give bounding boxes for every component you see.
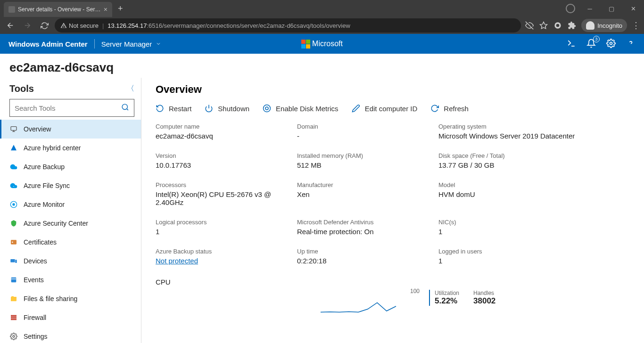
utilization-value: 5.22% [435,296,459,306]
search-tools-box[interactable] [9,99,134,117]
info-value: 1 [438,228,580,236]
shutdown-button[interactable]: Shutdown [205,104,249,113]
info-cell: Operating systemMicrosoft Windows Server… [438,123,580,140]
info-label: Domain [297,123,438,130]
not-secure-text: Not secure [69,22,99,29]
info-cell: Installed memory (RAM)512 MB [297,152,438,169]
info-cell: Microsoft Defender AntivirusReal-time pr… [297,219,438,236]
url-text: 13.126.254.17:6516/servermanager/connect… [107,22,350,29]
info-cell: Up time0:2:20:18 [297,248,438,265]
collapse-sidebar-button[interactable]: 〈 [127,84,134,94]
sidebar-item-azure-security[interactable]: Azure Security Center [0,214,141,233]
close-window-button[interactable]: ✕ [622,0,644,17]
cpu-utilization-metric: Utilization 5.22% [429,290,459,306]
browser-tab[interactable]: Server details - Overview - Serve × [4,2,112,17]
info-cell: Logged in users1 [438,248,580,265]
edit-computer-id-button[interactable]: Edit computer ID [352,104,418,113]
info-label: Operating system [438,123,580,130]
sidebar-item-azure-backup[interactable]: Azure Backup [0,157,141,176]
sidebar-item-label: Devices [24,257,47,265]
incognito-badge[interactable]: Incognito [581,19,627,32]
sidebar-item-events[interactable]: Events [0,270,141,289]
eye-off-icon[interactable] [525,21,534,30]
chevron-down-icon [156,41,161,47]
power-icon [205,104,213,113]
utilization-label: Utilization [435,290,459,296]
restart-button[interactable]: Restart [156,104,191,113]
ms-logo-icon [301,40,310,49]
info-cell: Logical processors1 [156,219,297,236]
sidebar-item-devices[interactable]: Devices [0,252,141,270]
settings-icon [9,332,18,341]
cpu-handles-metric: Handles 38002 [473,290,495,306]
svg-point-22 [13,335,15,337]
sidebar-item-azure-filesync[interactable]: Azure File Sync [0,176,141,195]
maximize-button[interactable]: ▢ [601,0,622,17]
refresh-button[interactable]: Refresh [430,104,469,113]
info-cell: Disk space (Free / Total)13.77 GB / 30 G… [438,152,580,169]
svg-marker-0 [540,22,547,29]
info-value: ec2amaz-d6csavq [156,132,297,140]
wac-brand[interactable]: Windows Admin Center [8,40,88,48]
extension-s-icon[interactable] [553,21,562,30]
sidebar-item-azure-hybrid[interactable]: Azure hybrid center [0,139,141,157]
notifications-button[interactable]: 3 [586,39,596,49]
info-label: Logical processors [156,219,297,226]
bookmark-star-icon[interactable] [539,21,548,30]
sidebar-item-settings[interactable]: Settings [0,327,141,343]
back-button[interactable] [4,19,17,32]
info-cell: Computer nameec2amaz-d6csavq [156,123,297,140]
settings-button[interactable] [606,39,616,49]
info-value: 1 [438,257,580,265]
svg-rect-8 [11,127,17,131]
sidebar: Tools 〈 OverviewAzure hybrid centerAzure… [0,78,141,343]
sidebar-item-files[interactable]: Files & file sharing [0,289,141,308]
new-tab-button[interactable]: + [112,4,129,14]
sidebar-item-label: Certificates [24,238,57,246]
url-box[interactable]: Not secure | 13.126.254.17:6516/serverma… [55,18,521,33]
files-icon [9,294,18,303]
azure-security-icon [9,219,18,228]
sidebar-item-azure-monitor[interactable]: Azure Monitor [0,195,141,214]
svg-point-4 [610,42,612,44]
reload-button[interactable] [38,19,51,32]
sidebar-item-label: Azure Monitor [24,201,65,208]
url-separator: | [102,22,104,29]
sidebar-item-label: Azure hybrid center [24,144,81,152]
info-label: Model [438,181,580,188]
minimize-button[interactable]: ─ [579,0,601,17]
incognito-indicator-icon [566,4,575,13]
help-button[interactable] [626,39,636,49]
browser-menu-button[interactable]: ⋮ [632,20,640,31]
powershell-button[interactable] [567,39,576,49]
svg-point-2 [556,24,560,27]
action-bar: Restart Shutdown Enable Disk Metrics Edi… [156,104,630,113]
sidebar-item-certificates[interactable]: Certificates [0,233,141,252]
svg-rect-19 [11,315,17,320]
forward-button[interactable] [21,19,34,32]
not-secure-warning: Not secure [60,22,99,29]
info-value: 10.0.17763 [156,161,297,169]
extensions-icon[interactable] [567,21,577,30]
svg-point-12 [13,204,15,205]
info-value: 0:2:20:18 [297,257,438,265]
enable-disk-metrics-button[interactable]: Enable Disk Metrics [263,104,339,113]
cpu-heading: CPU [156,278,630,286]
search-icon [121,103,129,113]
warning-icon [60,22,67,29]
context-switcher[interactable]: Server Manager [101,40,162,48]
sidebar-item-firewall[interactable]: Firewall [0,308,141,327]
certificates-icon [9,238,18,246]
info-value[interactable]: Not protected [156,257,297,265]
ms-text: Microsoft [312,40,343,48]
sidebar-item-overview[interactable]: Overview [0,120,141,139]
azure-hybrid-icon [9,144,18,152]
close-tab-icon[interactable]: × [104,6,107,13]
info-label: Installed memory (RAM) [297,152,438,159]
info-value: 13.77 GB / 30 GB [438,161,580,169]
tools-list[interactable]: OverviewAzure hybrid centerAzure BackupA… [0,120,141,343]
window-controls: ─ ▢ ✕ [566,0,644,17]
browser-chrome: Server details - Overview - Serve × + ─ … [0,0,644,34]
search-tools-input[interactable] [15,104,121,112]
context-label: Server Manager [101,40,152,48]
